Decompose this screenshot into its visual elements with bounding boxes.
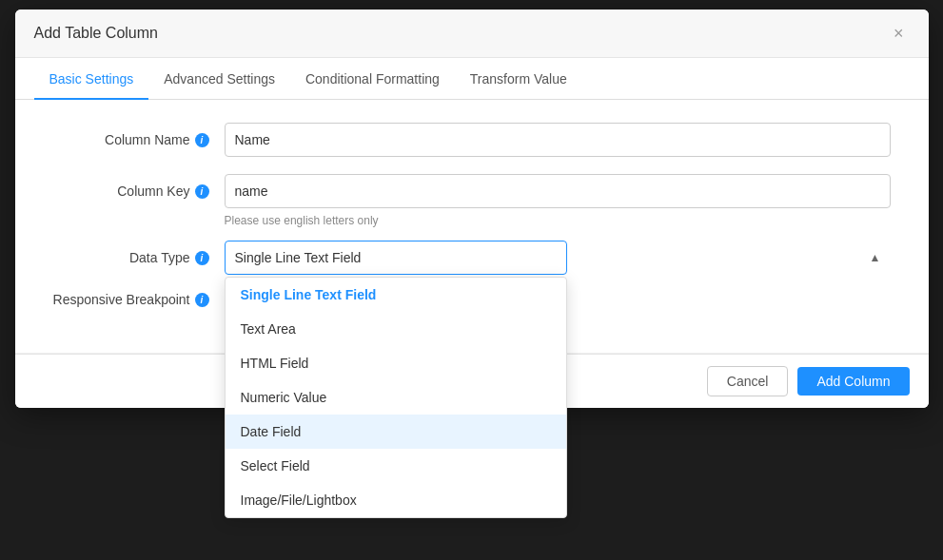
- column-name-input[interactable]: [225, 123, 891, 157]
- tab-advanced-settings[interactable]: Advanced Settings: [148, 58, 290, 100]
- dropdown-item-single-line[interactable]: Single Line Text Field: [226, 278, 566, 312]
- data-type-dropdown[interactable]: Single Line Text Field: [225, 241, 567, 275]
- column-name-info-icon[interactable]: i: [195, 133, 209, 147]
- chevron-up-icon: ▲: [870, 251, 881, 264]
- form-area: Column Name i Column Key i Please use en…: [15, 100, 929, 343]
- tab-basic-settings[interactable]: Basic Settings: [34, 58, 149, 100]
- column-key-info-icon[interactable]: i: [195, 184, 209, 199]
- close-button[interactable]: ×: [888, 23, 910, 44]
- tab-conditional-formatting[interactable]: Conditional Formatting: [290, 58, 455, 100]
- modal-title: Add Table Column: [34, 25, 158, 42]
- dropdown-item-numeric[interactable]: Numeric Value: [226, 380, 566, 415]
- column-name-label: Column Name i: [53, 132, 225, 147]
- dropdown-item-date-field[interactable]: Date Field: [226, 415, 566, 449]
- add-table-column-modal: Add Table Column × Basic Settings Advanc…: [15, 10, 929, 408]
- responsive-breakpoint-label: Responsive Breakpoint i: [53, 292, 225, 307]
- data-type-dropdown-wrapper: Single Line Text Field ▲ Single Line Tex…: [225, 241, 891, 275]
- tabs-container: Basic Settings Advanced Settings Conditi…: [15, 58, 929, 100]
- dropdown-list: Single Line Text Field Text Area HTML Fi…: [225, 277, 567, 518]
- column-key-label: Column Key i: [53, 183, 225, 199]
- dropdown-item-select-field[interactable]: Select Field: [226, 449, 566, 483]
- data-type-label: Data Type i: [53, 250, 225, 265]
- tab-transform-value[interactable]: Transform Value: [455, 58, 582, 100]
- column-key-row: Column Key i: [53, 174, 891, 208]
- dropdown-item-text-area[interactable]: Text Area: [226, 312, 566, 346]
- data-type-info-icon[interactable]: i: [195, 251, 209, 265]
- column-key-hint: Please use english letters only: [225, 214, 891, 227]
- column-name-row: Column Name i: [53, 123, 891, 157]
- modal-body: Basic Settings Advanced Settings Conditi…: [15, 58, 929, 343]
- column-key-input[interactable]: [225, 174, 891, 208]
- data-type-row: Data Type i Single Line Text Field ▲ Sin…: [53, 241, 891, 275]
- add-column-button[interactable]: Add Column: [797, 367, 909, 396]
- cancel-button[interactable]: Cancel: [707, 366, 789, 396]
- dropdown-item-html-field[interactable]: HTML Field: [226, 346, 566, 380]
- dropdown-item-image-file[interactable]: Image/File/Lightbox: [226, 483, 566, 517]
- modal-header: Add Table Column ×: [15, 10, 929, 58]
- responsive-info-icon[interactable]: i: [195, 293, 209, 307]
